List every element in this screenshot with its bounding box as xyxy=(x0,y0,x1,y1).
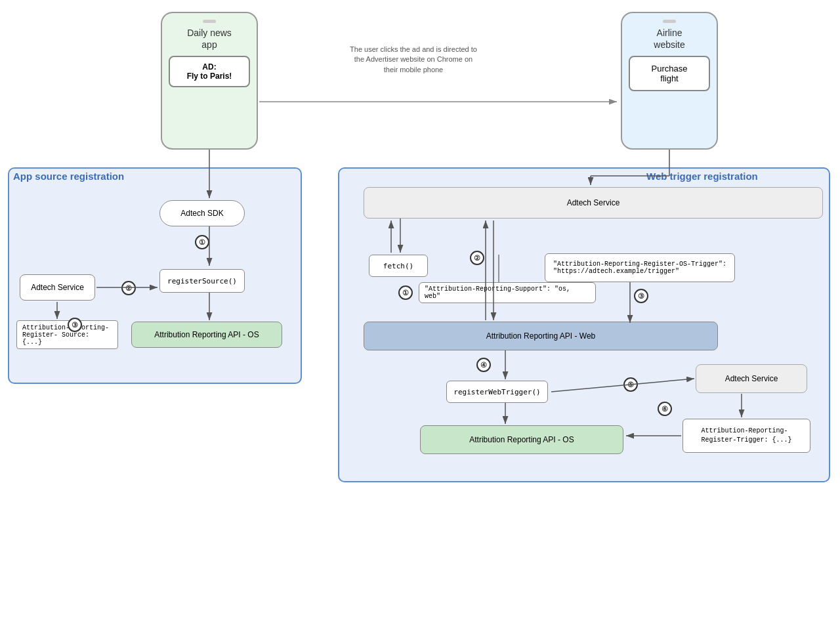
phone-left: Daily newsapp AD:Fly to Paris! xyxy=(161,12,258,150)
header-support-box: "Attribution-Reporting-Support": "os, we… xyxy=(419,282,596,303)
web-trigger-label: Web trigger registration xyxy=(646,171,758,182)
step-2-left: ② xyxy=(121,281,136,295)
attribution-os-left-box: Attribution Reporting API - OS xyxy=(131,322,282,348)
diagram-area: Daily newsapp AD:Fly to Paris! Airlinewe… xyxy=(0,0,840,630)
phone-notch-left xyxy=(203,20,216,23)
step-3-left: ③ xyxy=(68,318,82,332)
phone-left-title: Daily newsapp xyxy=(169,27,250,51)
phone-right-title: Airlinewebsite xyxy=(629,27,710,51)
adtech-service-top-right-box: Adtech Service xyxy=(364,187,823,219)
step-5-right: ⑤ xyxy=(623,377,638,392)
phone-notch-right xyxy=(663,20,676,23)
attribution-web-box: Attribution Reporting API - Web xyxy=(364,322,718,350)
step-6-right: ⑥ xyxy=(658,402,672,416)
step-3-right: ③ xyxy=(634,289,648,303)
app-source-label: App source registration xyxy=(13,171,124,182)
register-source-box: registerSource() xyxy=(159,269,245,293)
fetch-box: fetch() xyxy=(369,255,428,277)
header-os-trigger-box: "Attribution-Reporting-Register-OS-Trigg… xyxy=(545,253,735,282)
header-trigger-box: Attribution-Reporting-Register-Trigger: … xyxy=(682,419,810,453)
step-1-left: ① xyxy=(195,235,209,249)
phone-right: Airlinewebsite Purchaseflight xyxy=(621,12,718,150)
step-2-right: ② xyxy=(470,251,484,265)
top-arrow-label: The user clicks the ad and is directed t… xyxy=(302,45,525,75)
step-1-right: ① xyxy=(398,285,413,300)
adtech-sdk-box: Adtech SDK xyxy=(159,200,245,226)
step-4-right: ④ xyxy=(476,358,491,372)
purchase-box: Purchaseflight xyxy=(629,56,710,91)
adtech-service-right-box: Adtech Service xyxy=(696,364,807,393)
adtech-service-left-box: Adtech Service xyxy=(20,274,95,301)
attribution-os-right-box: Attribution Reporting API - OS xyxy=(420,425,623,454)
ad-box: AD:Fly to Paris! xyxy=(169,56,250,87)
register-web-trigger-box: registerWebTrigger() xyxy=(446,381,548,403)
